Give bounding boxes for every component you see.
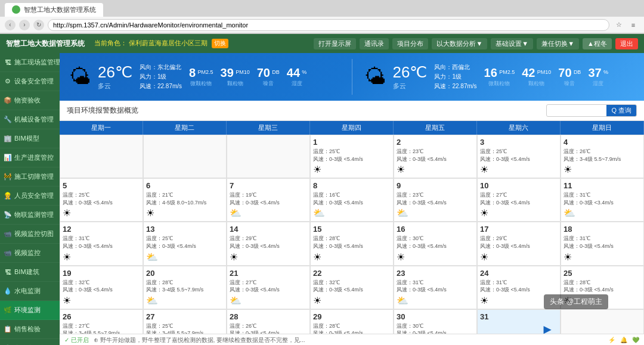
status-message: ⊕ 野牛开始做题，野牛整理了嘉悦检测的数据, 要继续检查数据是否不完整，见... [94, 336, 305, 344]
calendar-cell-2[interactable]: 2 温度：23℃ 风速：0-3级 <5.4m/s ☀ [394, 135, 477, 178]
address-input[interactable] [48, 19, 609, 31]
screen-button[interactable]: 打开显示屏 [314, 38, 356, 49]
calendar-cell-29[interactable]: 29 温度：28℃ 风速：0-3级 <5.4m/s ⛅ [310, 309, 394, 334]
calendar-cell-26[interactable]: 26 温度：27℃ 风速：3-4级 5.5~7.9m/s ☀ [60, 309, 143, 334]
calendar-cell-19[interactable]: 19 温度：32℃ 风速：0-3级 <5.4m/s ☀ [60, 266, 143, 309]
calendar-cell-21[interactable]: 21 温度：27℃ 风速：0-3级 <5.4m/s ⛅ [227, 266, 310, 309]
cell-temp-11: 温度：31℃ [564, 191, 641, 199]
weather-divider [352, 59, 352, 95]
calendar-cell-10[interactable]: 10 温度：27℃ 风速：0-3级 <5.4m/s ☀ [477, 178, 561, 222]
sidebar-item-label: 生产进度管控 [14, 153, 54, 162]
cell-wind-4: 风速：3-4级 5.5~7.9m/s [564, 156, 641, 163]
switch-button[interactable]: 兼任切换▼ [537, 38, 579, 49]
calendar-cell-24[interactable]: 24 温度：31℃ 风速：0-3级 <5.4m/s ☀ [477, 266, 561, 309]
sidebar-item-construction-mgmt[interactable]: 🚧 施工切障管理 [0, 167, 60, 187]
calendar-cell-30[interactable]: 30 温度：30℃ 风速：0-3级 <5.4m/s ⛅ [394, 309, 477, 334]
calendar-cell-8[interactable]: 8 温度：16℃ 风速：0-3级 <5.4m/s ⛅ [310, 178, 394, 222]
sidebar-item-water-power[interactable]: 💧 水电监测 [0, 282, 60, 301]
cell-icon-13: ⛅ [146, 251, 224, 263]
nav-back-button[interactable]: ‹ [5, 20, 16, 30]
calendar-cell-13[interactable]: 13 温度：25℃ 风速：0-3级 <5.4m/s ⛅ [143, 222, 227, 265]
calendar-cell-23[interactable]: 23 温度：31℃ 风速：0-3级 <5.4m/s ⛅ [394, 266, 477, 309]
toolbar-icon-menu[interactable]: ≡ [627, 19, 639, 31]
nav-forward-button[interactable]: › [19, 20, 30, 30]
calendar-cell-14[interactable]: 14 温度：29℃ 风速：0-3级 <5.4m/s ☀ [227, 222, 310, 265]
sidebar-item-equipment-safety[interactable]: ⚙ 设备安全管理 [0, 72, 60, 91]
humidity-label-left: 湿度 [287, 80, 307, 88]
calendar-cell-4[interactable]: 4 温度：26℃ 风速：3-4级 5.5~7.9m/s ☀ [561, 135, 644, 178]
cell-icon-12: ☀ [63, 251, 140, 263]
calendar-cell-9[interactable]: 9 温度：23℃ 风速：0-3级 <5.4m/s ⛅ [394, 178, 477, 222]
sidebar-item-construction[interactable]: 🏗 施工现场监管理 [0, 53, 60, 72]
calendar-cell-20[interactable]: 20 温度：28℃ 风速：3-4级 5.5~7.9m/s ⛅ [143, 266, 227, 309]
humidity-value-left: 44 % [287, 66, 307, 80]
bigdata-button[interactable]: 以大数据分析▼ [432, 38, 487, 49]
cell-date-5: 5 [63, 181, 140, 190]
calendar-cell-1[interactable]: 1 温度：25℃ 风速：0-3级 <5.4m/s ☀ [310, 135, 394, 178]
calendar-cell-22[interactable]: 22 温度：32℃ 风速：0-3级 <5.4m/s ☀ [310, 266, 394, 309]
sidebar-item-environment[interactable]: 🌿 环境监测 [0, 301, 60, 320]
sidebar-item-iot[interactable]: 📡 物联监测管理 [0, 206, 60, 225]
calendar-cell-27[interactable]: 27 温度：25℃ 风速：3-4级 5.5~7.9m/s ⛅ [143, 309, 227, 334]
calendar-cell-17[interactable]: 17 温度：29℃ 风速：0-3级 <5.4m/s ☀ [477, 222, 561, 265]
sidebar-item-video-map[interactable]: 📹 视频监控切图 [0, 225, 60, 244]
toolbar-icons: ☆ ≡ [613, 19, 639, 31]
sidebar-item-bim[interactable]: 🏢 BIM模型 [0, 129, 60, 148]
calendar-cell-5[interactable]: 5 温度：25℃ 风速：0-3级 <5.4m/s ☀ [60, 178, 143, 222]
wind-level-right: 风力：1级 [434, 72, 476, 82]
calendar-cell-7[interactable]: 7 温度：19℃ 风速：0-3级 <5.4m/s ⛅ [227, 178, 310, 222]
cell-date-21: 21 [230, 269, 307, 278]
calendar-cell-28[interactable]: 28 温度：26℃ 风速：0-3级 <5.4m/s ⛅ [227, 309, 310, 334]
calendar-cell-15[interactable]: 15 温度：28℃ 风速：0-3级 <5.4m/s ☀ [310, 222, 394, 265]
status-icon-1[interactable]: ⚡ [608, 337, 615, 343]
cell-wind-27: 风速：3-4级 5.5~7.9m/s [146, 330, 224, 334]
calendar-cell-25[interactable]: 25 温度：28℃ 风速：0-3级 <5.4m/s ☀ [561, 266, 644, 309]
status-icon-3[interactable]: 💚 [632, 337, 639, 343]
calendar-cell-31[interactable]: 31 ► [477, 309, 561, 334]
cell-temp-16: 温度：30℃ [397, 235, 474, 243]
calendar-cell-6[interactable]: 6 温度：21℃ 风速：4-5级 8.0~10.7m/s ☀ [143, 178, 227, 222]
cell-date-3: 3 [480, 138, 558, 147]
calendar-cell-3[interactable]: 3 温度：25℃ 风速：0-3级 <5.4m/s ☀ [477, 135, 561, 178]
status-icon-2[interactable]: 🔔 [620, 337, 627, 343]
sidebar-item-materials[interactable]: 📦 物资验收 [0, 91, 60, 110]
sidebar-item-personnel[interactable]: 👷 人员安全管理 [0, 187, 60, 206]
pm10-stat-left: 39 PM10 颗粒物 [221, 66, 250, 88]
pm25-value-right: 16 PM2.5 [484, 66, 515, 80]
calendar-body: 1 温度：25℃ 风速：0-3级 <5.4m/s ☀ 2 温度：23℃ 风速：0… [60, 135, 644, 334]
calendar-cell-11[interactable]: 11 温度：31℃ 风速：0-3级 <3.4m/s ⛅ [561, 178, 644, 222]
sidebar-item-sales[interactable]: 📋 销售检验 [0, 320, 60, 339]
sidebar-item-video[interactable]: 📹 视频监控 [0, 244, 60, 263]
weather-desc-right: 多云 [393, 82, 428, 91]
cell-temp-9: 温度：23℃ [397, 191, 474, 199]
nav-refresh-button[interactable]: ↻ [33, 20, 44, 30]
settings-button[interactable]: 基础设置▼ [491, 38, 533, 49]
cell-wind-14: 风速：0-3级 <5.4m/s [230, 243, 307, 250]
sidebar-item-production[interactable]: 📊 生产进度管控 [0, 148, 60, 167]
location-switch-button[interactable]: 切换 [212, 39, 228, 48]
cell-icon-14: ☀ [230, 251, 307, 263]
user-button[interactable]: ▲程冬 [583, 38, 612, 49]
calendar-cell-12[interactable]: 12 温度：31℃ 风速：0-3级 <5.4m/s ☀ [60, 222, 143, 265]
cell-date-31: 31 [480, 312, 558, 321]
cell-date-27: 27 [146, 312, 224, 321]
sidebar-item-security[interactable]: 🔒 安防实名制 [0, 339, 60, 345]
search-input[interactable] [547, 106, 606, 116]
wind-dir-left: 风向：东北偏北 [140, 63, 182, 72]
sidebar-item-machinery[interactable]: 🔧 机械设备管理 [0, 110, 60, 129]
sidebar-item-bim-building[interactable]: 🏗 BIM建筑 [0, 263, 60, 282]
browser-tab[interactable]: 智慧工地大数据管理系统 [5, 3, 103, 17]
calendar-cell-16[interactable]: 16 温度：30℃ 风速：0-3级 <5.4m/s ☀ [394, 222, 477, 265]
equipment-safety-icon: ⚙ [4, 77, 12, 86]
sidebar-item-label: BIM建筑 [14, 268, 39, 276]
calendar-cell-18[interactable]: 18 温度：31℃ 风速：0-3级 <5.4m/s ☀ [561, 222, 644, 265]
toolbar-icon-star[interactable]: ☆ [613, 19, 625, 31]
cell-icon-18: ☀ [564, 251, 641, 263]
temp-value-left: 26℃ [98, 63, 132, 82]
pm25-label-left: 微颗粒物 [189, 80, 213, 88]
exit-button[interactable]: 退出 [615, 38, 638, 49]
search-button[interactable]: Q 查询 [606, 105, 636, 116]
project-button[interactable]: 项目分布 [392, 38, 428, 49]
cell-temp-30: 温度：30℃ [397, 322, 474, 330]
log-button[interactable]: 通讯录 [360, 38, 389, 49]
